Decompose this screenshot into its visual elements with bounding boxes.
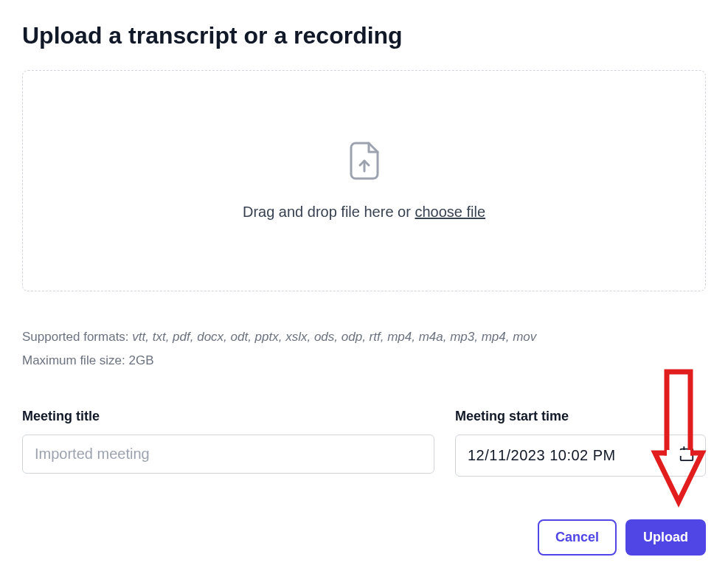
choose-file-link[interactable]: choose file — [415, 204, 485, 220]
formats-label: Supported formats: — [22, 330, 132, 344]
formats-line: Supported formats: vtt, txt, pdf, docx, … — [22, 325, 706, 349]
info-text-block: Supported formats: vtt, txt, pdf, docx, … — [22, 325, 706, 373]
dropzone-text: Drag and drop file here or choose file — [243, 204, 485, 221]
datetime-input[interactable] — [468, 447, 679, 464]
file-dropzone[interactable]: Drag and drop file here or choose file — [22, 70, 706, 291]
meeting-title-field: Meeting title — [22, 409, 434, 477]
form-row: Meeting title Meeting start time — [22, 409, 706, 477]
meeting-title-input[interactable] — [22, 435, 434, 474]
dropzone-prefix: Drag and drop file here or — [243, 204, 415, 220]
meeting-title-label: Meeting title — [22, 409, 434, 424]
max-size-line: Maximum file size: 2GB — [22, 349, 706, 373]
upload-button[interactable]: Upload — [625, 519, 706, 556]
datetime-wrapper[interactable] — [455, 435, 706, 477]
cancel-button[interactable]: Cancel — [538, 519, 617, 556]
meeting-start-time-label: Meeting start time — [455, 409, 706, 424]
svg-rect-0 — [681, 449, 693, 461]
calendar-icon[interactable] — [679, 446, 695, 465]
button-row: Cancel Upload — [22, 519, 706, 556]
max-size-value: 2GB — [129, 353, 154, 367]
page-title: Upload a transcript or a recording — [22, 22, 706, 49]
max-size-label: Maximum file size: — [22, 353, 129, 367]
meeting-start-time-field: Meeting start time — [455, 409, 706, 477]
file-upload-icon — [348, 142, 381, 183]
formats-list: vtt, txt, pdf, docx, odt, pptx, xslx, od… — [132, 330, 536, 344]
